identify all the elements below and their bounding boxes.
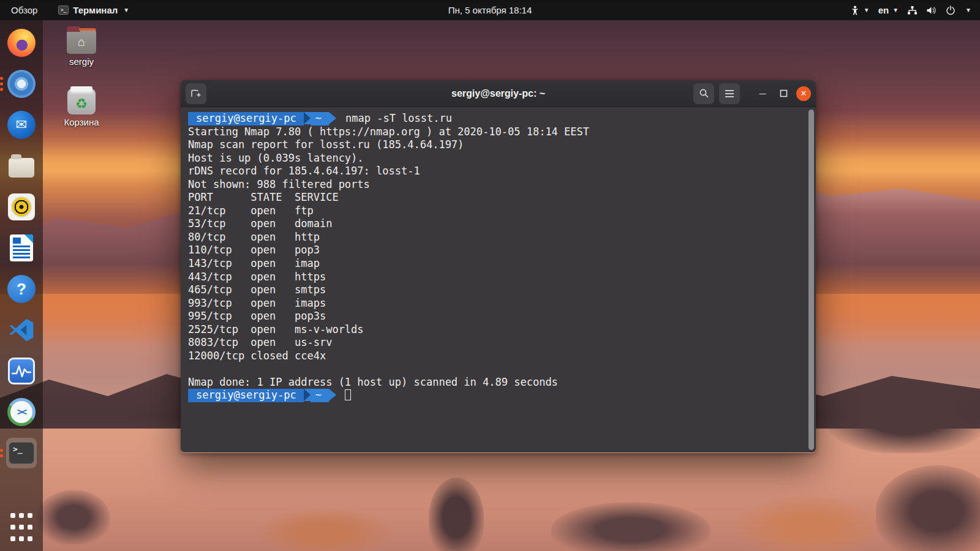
trash-icon: ♻ xyxy=(67,89,96,114)
desktop-icon-home-folder[interactable]: ⌂ sergiy xyxy=(58,29,105,67)
terminal-output-line: 995/tcp open pop3s xyxy=(188,310,802,323)
system-monitor-icon xyxy=(8,358,35,384)
maximize-button[interactable] xyxy=(775,86,791,102)
help-icon: ? xyxy=(7,275,36,303)
libreoffice-writer-icon xyxy=(10,234,33,261)
clock[interactable]: Пн, 5 октября 18:14 xyxy=(448,5,532,15)
dock-item-thunderbird[interactable]: ✉ xyxy=(6,110,37,140)
terminal-icon: >_ xyxy=(58,6,69,15)
thunderbird-icon: ✉ xyxy=(7,111,36,139)
home-folder-icon: ⌂ xyxy=(67,29,96,54)
running-indicator xyxy=(0,77,3,91)
terminal-titlebar[interactable]: sergiy@sergiy-pc: ~ ─ ✕ xyxy=(181,80,816,107)
dock-item-rhythmbox[interactable] xyxy=(6,192,37,222)
terminal-cursor xyxy=(345,389,351,400)
scrollbar-thumb[interactable] xyxy=(809,110,814,450)
dock-item-files[interactable] xyxy=(6,151,37,181)
terminal-output-line: Nmap done: 1 IP address (1 host up) scan… xyxy=(188,376,802,389)
search-button[interactable] xyxy=(693,83,714,104)
dock-item-help[interactable]: ? xyxy=(6,274,37,304)
command-text: nmap -sT losst.ru xyxy=(336,112,452,124)
app-menu-label: Терминал xyxy=(73,5,118,15)
top-bar: Обзор >_ Терминал ▼ Пн, 5 октября 18:14 … xyxy=(0,0,980,20)
dock-item-chromium[interactable] xyxy=(6,69,37,99)
terminal-output-line: 53/tcp open domain xyxy=(188,217,802,231)
firefox-icon xyxy=(7,29,36,57)
chromium-icon xyxy=(7,70,36,98)
volume-icon[interactable] xyxy=(926,6,937,15)
terminal-screen[interactable]: sergiy@sergiy-pc~nmap -sT losst.ru Start… xyxy=(181,107,816,452)
new-tab-button[interactable] xyxy=(186,83,206,104)
prompt-cwd: ~ xyxy=(311,112,329,126)
prompt-user-host: sergiy@sergiy-pc xyxy=(188,112,304,126)
network-icon[interactable] xyxy=(907,6,918,15)
terminal-output-line: Nmap scan report for losst.ru (185.4.64.… xyxy=(188,138,802,152)
terminal-output-line: 2525/tcp open ms-v-worlds xyxy=(188,323,802,337)
files-icon xyxy=(9,158,34,178)
prompt-arrow-icon xyxy=(329,389,336,401)
dock-item-vscode[interactable] xyxy=(6,315,37,345)
terminal-output-line: 8083/tcp open us-srv xyxy=(188,336,802,350)
minimize-button[interactable]: ─ xyxy=(755,86,771,102)
terminal-prompt-line: sergiy@sergiy-pc~nmap -sT losst.ru xyxy=(188,112,802,126)
terminal-output-line: 465/tcp open smtps xyxy=(188,283,802,297)
terminal-output-line: 443/tcp open https xyxy=(188,271,802,284)
rhythmbox-icon xyxy=(8,193,35,220)
prompt-user-host: sergiy@sergiy-pc xyxy=(188,389,304,402)
terminal-output-line: PORT STATE SERVICE xyxy=(188,191,802,204)
language-menu[interactable]: en ▼ xyxy=(878,5,899,15)
prompt-divider-icon xyxy=(304,389,311,401)
menu-button[interactable] xyxy=(719,83,740,104)
terminal-output-line: Not shown: 988 filtered ports xyxy=(188,178,802,192)
prompt-arrow-icon xyxy=(329,112,336,124)
dock: ✉ ? >< >_ xyxy=(0,20,43,551)
terminal-output-line: 110/tcp open pop3 xyxy=(188,244,802,257)
chevron-down-icon: ▼ xyxy=(864,7,870,13)
running-indicator xyxy=(0,449,3,457)
dock-item-terminal[interactable]: >_ xyxy=(6,438,37,468)
dock-item-firefox[interactable] xyxy=(6,28,37,58)
terminal-output-line: 143/tcp open imap xyxy=(188,257,802,271)
terminal-window: sergiy@sergiy-pc: ~ ─ ✕ sergiy@sergiy-pc… xyxy=(181,80,816,453)
dock-item-writer[interactable] xyxy=(6,233,37,263)
app-menu[interactable]: >_ Терминал ▼ xyxy=(58,5,129,15)
prompt-divider-icon xyxy=(304,112,311,124)
terminal-output-line xyxy=(188,362,802,376)
terminal-output-line: Host is up (0.039s latency). xyxy=(188,152,802,165)
show-applications-button[interactable] xyxy=(6,512,37,542)
terminal-output-line: 993/tcp open imaps xyxy=(188,297,802,310)
terminal-output-line: 80/tcp open http xyxy=(188,231,802,244)
chevron-down-icon: ▼ xyxy=(123,7,129,13)
terminal-output-line: 12000/tcp closed cce4x xyxy=(188,350,802,363)
terminal-output-line: Starting Nmap 7.80 ( https://nmap.org ) … xyxy=(188,126,802,139)
prompt-cwd: ~ xyxy=(311,389,329,402)
terminal-icon: >_ xyxy=(9,442,34,464)
terminal-output-line: 21/tcp open ftp xyxy=(188,204,802,218)
terminal-prompt-line: sergiy@sergiy-pc~ xyxy=(188,389,802,402)
desktop-icon-trash[interactable]: ♻ Корзина xyxy=(58,89,105,127)
dock-item-remote-desktop[interactable]: >< xyxy=(6,397,37,427)
activities-button[interactable]: Обзор xyxy=(6,4,42,17)
remote-desktop-icon: >< xyxy=(7,398,36,426)
chevron-down-icon: ▼ xyxy=(892,7,899,13)
accessibility-menu[interactable]: ▼ xyxy=(850,6,870,15)
system-menu-chevron-icon[interactable]: ▼ xyxy=(965,7,971,13)
power-icon[interactable] xyxy=(946,6,956,15)
desktop-icon-label: sergiy xyxy=(69,56,94,67)
accessibility-icon xyxy=(850,6,860,15)
close-button[interactable]: ✕ xyxy=(796,86,811,101)
dock-item-system-monitor[interactable] xyxy=(6,356,37,386)
desktop-icon-label: Корзина xyxy=(64,117,99,127)
language-label: en xyxy=(878,5,889,15)
terminal-output-line: rDNS record for 185.4.64.197: losst-1 xyxy=(188,165,802,178)
scrollbar[interactable] xyxy=(809,110,814,450)
vscode-icon xyxy=(8,317,35,343)
